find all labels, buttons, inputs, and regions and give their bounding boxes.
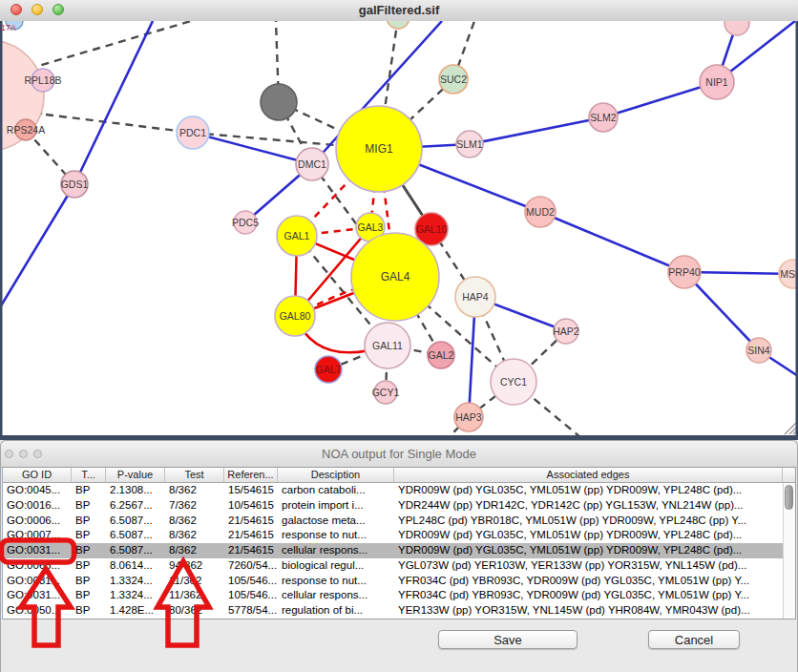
edge-pp [74, 21, 153, 184]
column-header-referen-[interactable]: Referen... [224, 468, 278, 482]
cell: 8/362 [165, 483, 224, 498]
cell: BP [72, 588, 106, 603]
table-row[interactable]: GO:0065...BP8.0614...94/3627260/54...bio… [3, 558, 795, 574]
scrollbar-header-cap [783, 468, 795, 482]
cell: 6.5087... [106, 514, 165, 529]
table-body: GO:0045...BP2.1308...8/36215/54615carbon… [3, 483, 795, 619]
cell: BP [72, 498, 106, 514]
edge-pd [29, 21, 191, 69]
node-label-PDC5: PDC5 [232, 217, 259, 228]
cell: YDR244W (pp) YDR142C, YDR142C (pp) YGL15… [394, 498, 795, 514]
column-header-desciption[interactable]: Desciption [278, 468, 394, 482]
cell: YER133W (pp) YOR315W, YNL145W (pd) YHR08… [394, 603, 795, 619]
window-side-edge [0, 21, 3, 435]
cell: 1.428E... [106, 603, 165, 619]
column-header-go-id[interactable]: GO ID [3, 468, 72, 482]
cell: cellular respons... [278, 543, 394, 558]
cell: 5778/54... [224, 603, 278, 619]
node-label-SLM1: SLM1 [456, 138, 483, 150]
cell: GO:0006... [3, 514, 72, 529]
cell: response to nut... [278, 574, 394, 589]
cell: BP [72, 483, 106, 498]
cell: 2.1308... [106, 483, 165, 498]
noa-window-title: NOA output for Single Mode [1, 441, 797, 467]
cell: YDR009W (pd) YGL035C, YML051W (pp) YDR00… [394, 528, 795, 543]
cell: 15/54615 [224, 483, 278, 498]
cell: GO:0007... [3, 528, 72, 543]
cell: galactose meta... [278, 514, 394, 529]
network-graph: RPL18BRPS24AGDS1PDC1PDC5DMC1MIG1SUC2SLM1… [0, 21, 798, 435]
cell: BP [72, 603, 106, 619]
noa-window-titlebar[interactable]: NOA output for Single Mode [1, 441, 797, 468]
cell: YGL073W (pd) YER103W, YER133W (pp) YOR31… [394, 558, 795, 574]
cell: 11/362 [165, 574, 224, 589]
noa-output-window: NOA output for Single Mode GO IDT...P-va… [0, 440, 798, 672]
cell: biological regul... [278, 558, 394, 574]
cell: 105/546... [224, 588, 278, 603]
minimize-button-inactive[interactable] [19, 450, 28, 458]
cell: 21/54615 [224, 514, 278, 529]
cell: 7/362 [165, 498, 224, 514]
table-row[interactable]: GO:0050...BP1.428E...80/3625778/54...reg… [3, 603, 795, 619]
cell: 6.5087... [106, 543, 165, 558]
column-header-p-value[interactable]: P-value [106, 468, 165, 482]
table-row[interactable]: GO:0031...BP1.3324...11/362105/546...res… [3, 574, 795, 589]
go-results-table: GO IDT...P-valueTestReferen...Desciption… [2, 467, 796, 620]
cell: 1.3324... [106, 588, 165, 603]
cell: GO:0031... [3, 588, 72, 603]
network-canvas[interactable]: RPL18BRPS24AGDS1PDC1PDC5DMC1MIG1SUC2SLM1… [0, 21, 798, 435]
cell: 8/362 [165, 514, 224, 529]
node-label-NIP1: NIP1 [705, 76, 728, 88]
column-header-associated-edges[interactable]: Associated edges [394, 468, 783, 482]
zoom-button-inactive[interactable] [33, 450, 42, 458]
edge-pd [46, 115, 193, 133]
node-top-right[interactable] [724, 21, 749, 35]
table-row-selected[interactable]: GO:0031...BP6.5087...8/36221/54615cellul… [3, 543, 795, 558]
save-button[interactable]: Save [438, 630, 578, 649]
node-top-green[interactable] [387, 21, 410, 29]
column-header-t-[interactable]: T... [72, 468, 106, 482]
node-gray-node[interactable] [261, 84, 297, 120]
vertical-scrollbar[interactable] [783, 483, 795, 619]
scrollbar-thumb[interactable] [785, 485, 793, 510]
table-row[interactable]: GO:0006...BP6.5087...8/36221/54615galact… [3, 514, 795, 529]
node-label-GAL10: GAL10 [416, 223, 448, 235]
node-label-GCY1: GCY1 [372, 387, 400, 398]
close-button[interactable] [10, 4, 22, 15]
cell: 8.0614... [106, 558, 165, 574]
cell: GO:0031... [3, 543, 72, 558]
node-label-RPL18B: RPL18B [24, 74, 61, 86]
cell: 94/362 [165, 558, 224, 574]
close-button-inactive[interactable] [5, 450, 13, 458]
edge-pp [0, 184, 74, 307]
cell: YFR034C (pd) YBR093C, YDR009W (pd) YGL03… [394, 574, 795, 589]
cell: GO:0065... [3, 558, 72, 574]
node-label-GAL2: GAL2 [429, 349, 454, 361]
cell: 105/546... [224, 574, 278, 589]
table-row[interactable]: GO:0007...BP6.5087...8/36221/54615respon… [3, 528, 795, 543]
node-label-HAP4: HAP4 [462, 291, 489, 303]
node-label-GAL1: GAL1 [284, 230, 310, 242]
node-label-SIN4: SIN4 [747, 345, 770, 356]
table-row[interactable]: GO:0031...BP1.3324...11/362105/546...cel… [3, 588, 795, 603]
zoom-button[interactable] [52, 4, 64, 15]
cancel-button[interactable]: Cancel [648, 630, 740, 649]
node-label-DMC1: DMC1 [298, 158, 326, 170]
table-row[interactable]: GO:0016...BP6.2567...7/36210/54615protei… [3, 498, 795, 514]
node-label-GAL7: GAL7 [316, 364, 342, 375]
edge-pp [540, 212, 684, 272]
node-label-GAL3: GAL3 [358, 221, 384, 233]
cell: 21/54615 [224, 543, 278, 558]
cell: regulation of bi... [278, 603, 394, 619]
node-label-RPS24A: RPS24A [7, 124, 45, 136]
node-label-HAP2: HAP2 [553, 326, 579, 337]
node-label-HAP3: HAP3 [455, 411, 482, 423]
cell: protein import i... [278, 498, 394, 514]
minimize-button[interactable] [32, 4, 43, 15]
column-header-test[interactable]: Test [165, 468, 224, 482]
edge-pp [470, 117, 603, 144]
cell: 7260/54... [224, 558, 278, 574]
network-window-titlebar[interactable]: galFiltered.sif [0, 0, 798, 22]
table-row[interactable]: GO:0045...BP2.1308...8/36215/54615carbon… [3, 483, 795, 498]
node-label-GAL80: GAL80 [280, 310, 311, 322]
